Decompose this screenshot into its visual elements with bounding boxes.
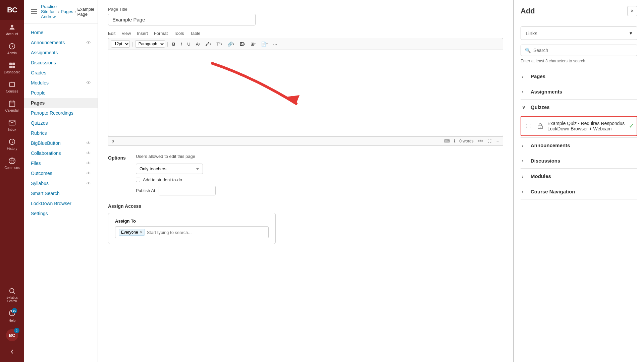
modules-visibility-icon[interactable]: 👁: [86, 80, 91, 85]
accordion-pages-title: Pages: [531, 73, 545, 79]
student-todo-label: Add to student to-do: [143, 177, 182, 182]
accordion-modules-title: Modules: [531, 173, 551, 179]
nav-item-bigbluebutton[interactable]: BigBlueButton👁: [24, 138, 98, 148]
student-todo-checkbox[interactable]: [136, 178, 140, 182]
sidebar-item-commons[interactable]: Commons: [0, 154, 24, 173]
embed-button[interactable]: ⊞▾: [249, 41, 258, 48]
nav-item-home[interactable]: Home: [24, 27, 98, 38]
search-input[interactable]: [533, 48, 633, 53]
menu-tools[interactable]: Tools: [174, 31, 184, 36]
nav-item-collaborations[interactable]: Collaborations👁: [24, 148, 98, 158]
accordion-quizzes-header[interactable]: ∨ Quizzes: [521, 100, 637, 115]
sidebar-item-help[interactable]: 10 Help: [0, 306, 24, 326]
code-view-icon[interactable]: </>: [478, 139, 483, 143]
remove-everyone-tag[interactable]: ✕: [140, 230, 143, 235]
accordion-course-nav-chevron: ›: [522, 189, 527, 194]
accordion-announcements-header[interactable]: › Announcements: [521, 138, 637, 153]
svg-rect-2: [9, 63, 12, 65]
highlight-button[interactable]: 🖍▾: [203, 41, 213, 48]
menu-insert[interactable]: Insert: [137, 31, 148, 36]
outcomes-visibility-icon[interactable]: 👁: [86, 171, 91, 176]
nav-item-assignments[interactable]: Assignments: [24, 48, 98, 58]
nav-item-settings[interactable]: Settings: [24, 208, 98, 219]
paragraph-select[interactable]: ParagraphHeading 1Heading 2: [135, 40, 165, 48]
quiz-item[interactable]: ⋮⋮ Example Quiz - Requires Respondus Loc…: [521, 116, 637, 136]
image-button[interactable]: 🖼▾: [237, 41, 247, 48]
collaborations-visibility-icon[interactable]: 👁: [86, 150, 91, 156]
accordion-assignments-header[interactable]: › Assignments: [521, 84, 637, 99]
nav-item-people[interactable]: People: [24, 88, 98, 98]
font-size-select[interactable]: 12pt8pt10pt14pt18pt: [111, 40, 130, 48]
sidebar-item-syllabus-search[interactable]: SyllabusSearch: [0, 284, 24, 306]
bbb-visibility-icon[interactable]: 👁: [86, 140, 91, 146]
app-logo[interactable]: BC: [0, 0, 24, 20]
accordion-pages-header[interactable]: › Pages: [521, 69, 637, 84]
underline-button[interactable]: U: [185, 41, 192, 48]
sidebar-item-calendar[interactable]: Calendar: [0, 97, 24, 116]
nav-item-syllabus[interactable]: Syllabus👁: [24, 178, 98, 188]
editor-footer: p ⌨ ℹ 0 words </> ⛶ ⋯: [108, 136, 503, 146]
files-visibility-icon[interactable]: 👁: [86, 161, 91, 166]
quiz-drag-handle[interactable]: ⋮⋮: [524, 123, 533, 129]
links-chevron-icon: ▾: [630, 30, 632, 36]
accessibility-icon[interactable]: ℹ: [454, 139, 455, 143]
breadcrumb-site[interactable]: Practice Site for Andrew: [41, 4, 57, 19]
menu-view[interactable]: View: [121, 31, 131, 36]
editor-path: p: [112, 139, 114, 143]
assign-search-input[interactable]: [147, 230, 265, 235]
quiz-item-check-icon: ✓: [629, 122, 634, 130]
nav-item-outcomes[interactable]: Outcomes👁: [24, 168, 98, 178]
sidebar-item-courses[interactable]: Courses: [0, 77, 24, 97]
more-button[interactable]: ⋯: [271, 41, 279, 48]
accordion-discussions-header[interactable]: › Discussions: [521, 153, 637, 168]
announcements-visibility-icon[interactable]: 👁: [86, 40, 91, 45]
close-panel-button[interactable]: ×: [627, 6, 637, 16]
sidebar-item-admin[interactable]: Admin: [0, 39, 24, 58]
sidebar-item-account[interactable]: Account: [0, 20, 24, 39]
nav-item-rubrics[interactable]: Rubrics: [24, 128, 98, 138]
assign-to-input[interactable]: Everyone ✕: [115, 226, 269, 238]
main-container: Practice Site for Andrew › Pages › Examp…: [24, 0, 644, 362]
nav-item-announcements[interactable]: Announcements👁: [24, 38, 98, 48]
links-dropdown[interactable]: Links ▾: [521, 26, 637, 40]
nav-item-grades[interactable]: Grades: [24, 68, 98, 78]
content-area: Page Title Edit View Insert Format Tools…: [98, 0, 513, 362]
hamburger-button[interactable]: [30, 8, 38, 15]
accordion-modules-header[interactable]: › Modules: [521, 169, 637, 184]
menu-edit[interactable]: Edit: [108, 31, 115, 36]
syllabus-visibility-icon[interactable]: 👁: [86, 181, 91, 186]
superscript-button[interactable]: T²▾: [214, 41, 224, 48]
breadcrumb-section[interactable]: Pages: [61, 9, 73, 14]
more-options-icon[interactable]: ⋯: [495, 139, 499, 143]
fullscreen-icon[interactable]: ⛶: [487, 139, 491, 143]
nav-item-pages[interactable]: Pages: [24, 98, 98, 108]
page-title-input[interactable]: [108, 14, 256, 25]
keyboard-shortcut-icon[interactable]: ⌨: [444, 139, 450, 143]
editor-body[interactable]: [108, 50, 503, 137]
menu-format[interactable]: Format: [154, 31, 168, 36]
breadcrumb-page: Example Page: [77, 7, 95, 17]
accordion-assignments: › Assignments: [521, 84, 637, 100]
doc-button[interactable]: 📄▾: [259, 41, 270, 48]
nav-item-lockdown[interactable]: LockDown Browser: [24, 198, 98, 208]
nav-item-quizzes[interactable]: Quizzes: [24, 118, 98, 128]
accordion-course-navigation-header[interactable]: › Course Navigation: [521, 184, 637, 199]
sidebar-item-inbox[interactable]: Inbox: [0, 116, 24, 135]
nav-item-smart-search[interactable]: Smart Search: [24, 188, 98, 198]
nav-item-panopto[interactable]: Panopto Recordings: [24, 108, 98, 118]
collapse-nav-button[interactable]: [0, 345, 24, 359]
bold-button[interactable]: B: [170, 41, 177, 48]
menu-table[interactable]: Table: [190, 31, 200, 36]
user-avatar-bottom[interactable]: BC 2: [0, 326, 24, 345]
nav-item-modules[interactable]: Modules👁: [24, 78, 98, 88]
font-color-button[interactable]: A▾: [194, 41, 202, 48]
link-button[interactable]: 🔗▾: [225, 41, 236, 48]
italic-button[interactable]: I: [179, 41, 184, 48]
options-content: Users allowed to edit this page Only tea…: [136, 154, 216, 195]
publish-at-input[interactable]: [159, 186, 216, 195]
nav-item-discussions[interactable]: Discussions: [24, 58, 98, 68]
users-dropdown[interactable]: Only teachers Teachers and Students Anyo…: [136, 164, 203, 174]
sidebar-item-dashboard[interactable]: Dashboard: [0, 58, 24, 77]
sidebar-item-history[interactable]: History: [0, 135, 24, 154]
nav-item-files[interactable]: Files👁: [24, 158, 98, 168]
